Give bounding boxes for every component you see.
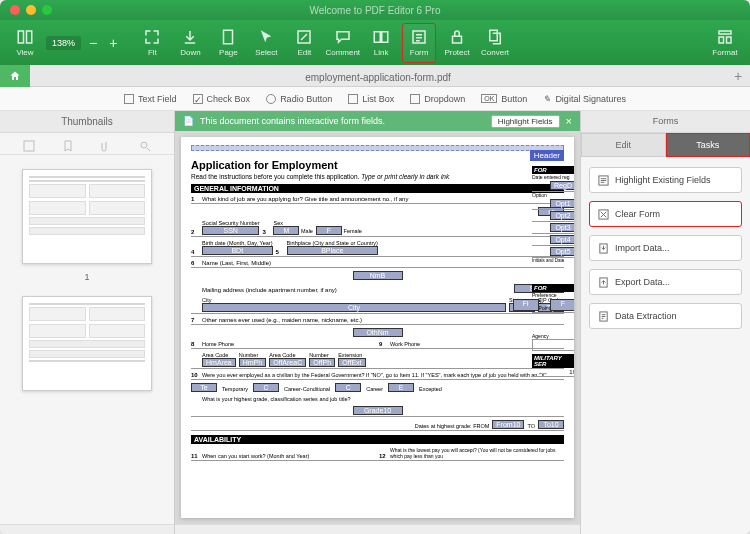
import-data-button[interactable]: Import Data... (589, 235, 742, 261)
titlebar: Welcome to PDF Editor 6 Pro (0, 0, 750, 20)
field-from10[interactable]: From10 (492, 420, 524, 429)
zoom-out-button[interactable]: − (85, 35, 101, 51)
digital-signatures-option[interactable]: ✎Digital Signatures (543, 94, 626, 104)
search-icon[interactable] (139, 138, 151, 150)
document-viewport[interactable]: Header Application for Employment Read t… (175, 131, 580, 524)
field-grade10[interactable]: Grade10 (353, 406, 403, 415)
clear-form-button[interactable]: Clear Form (589, 201, 742, 227)
field-offareac[interactable]: OffAreaC (269, 358, 306, 367)
app-window: Welcome to PDF Editor 6 Pro View 138% − … (0, 0, 750, 534)
field-othnm[interactable]: OthNm (353, 328, 403, 337)
button-option[interactable]: OKButton (481, 94, 527, 104)
field-opt4[interactable]: Opt4 (550, 235, 574, 244)
svg-rect-12 (24, 141, 34, 151)
field-c2[interactable]: C (335, 383, 361, 392)
data-extraction-button[interactable]: Data Extraction (589, 303, 742, 329)
protect-tool[interactable]: Protect (440, 23, 474, 63)
export-data-button[interactable]: Export Data... (589, 269, 742, 295)
svg-point-13 (141, 142, 147, 148)
thumbnail-page-1[interactable] (22, 169, 152, 264)
highlight-fields-button[interactable]: Highlight Fields (491, 115, 560, 128)
svg-rect-4 (374, 32, 380, 43)
field-fi[interactable]: FI (513, 299, 539, 311)
fit-label: Fit (148, 48, 157, 57)
thumbnail-grid-icon[interactable] (23, 138, 35, 150)
forms-panel: Forms Edit Tasks Highlight Existing Fiel… (580, 111, 750, 534)
svg-rect-5 (382, 32, 388, 43)
link-tool[interactable]: Link (364, 23, 398, 63)
document-tab[interactable]: employment-application-form.pdf (30, 68, 726, 83)
fit-tool[interactable]: Fit (135, 23, 169, 63)
svg-rect-11 (727, 37, 732, 43)
text-field-option[interactable]: Text Field (124, 94, 177, 104)
thumbnail-page-2[interactable] (22, 296, 152, 391)
comment-label: Comment (325, 48, 360, 57)
add-tab-button[interactable]: + (726, 68, 750, 84)
field-offph[interactable]: OffPh (309, 358, 335, 367)
edit-tool[interactable]: Edit (287, 23, 321, 63)
field-c1[interactable]: C (253, 383, 279, 392)
svg-rect-7 (453, 36, 462, 43)
convert-tool[interactable]: Convert (478, 23, 512, 63)
field-header[interactable]: Header (530, 150, 564, 161)
field-offext[interactable]: OffExt (338, 358, 365, 367)
thumbnails-list[interactable]: 1 (0, 155, 174, 524)
info-icon: 📄 (183, 116, 194, 126)
highlight-existing-fields-button[interactable]: Highlight Existing Fields (589, 167, 742, 193)
thumbnails-scrollbar[interactable] (0, 524, 174, 534)
field-female[interactable]: F (316, 226, 342, 235)
field-opt5[interactable]: Opt5 (550, 247, 574, 256)
svg-rect-0 (18, 31, 23, 43)
field-regd[interactable]: RegD (550, 181, 574, 190)
tab-tasks[interactable]: Tasks (666, 133, 751, 157)
field-e[interactable]: E (388, 383, 414, 392)
document-scrollbar[interactable] (175, 524, 580, 534)
thumbnails-title: Thumbnails (0, 111, 174, 133)
field-opt1[interactable]: Opt1 (550, 199, 574, 208)
comment-tool[interactable]: Comment (325, 23, 360, 63)
dropdown-option[interactable]: Dropdown (410, 94, 465, 104)
svg-rect-1 (27, 31, 32, 43)
radio-button-option[interactable]: Radio Button (266, 94, 332, 104)
page-tool[interactable]: Page (211, 23, 245, 63)
tab-edit[interactable]: Edit (581, 133, 666, 157)
zoom-group: 138% − + (46, 35, 121, 51)
field-f2[interactable]: F (550, 299, 574, 311)
field-hmarea[interactable]: HmArea (202, 358, 236, 367)
field-te[interactable]: Te (191, 383, 217, 392)
view-tool[interactable]: View (8, 23, 42, 63)
check-box-option[interactable]: ✓Check Box (193, 94, 251, 104)
select-tool[interactable]: Select (249, 23, 283, 63)
section-availability: AVAILABILITY (191, 435, 564, 444)
form-tool[interactable]: Form (402, 23, 436, 63)
field-bdt[interactable]: BDt (202, 246, 273, 255)
field-opt2[interactable]: Opt2 (550, 211, 574, 220)
down-tool[interactable]: Down (173, 23, 207, 63)
field-bplace[interactable]: BPlace (287, 246, 378, 255)
zoom-in-button[interactable]: + (105, 35, 121, 51)
doc-title: Application for Employment (191, 159, 564, 171)
format-tool[interactable]: Format (708, 23, 742, 63)
info-message: This document contains interactive form … (200, 116, 385, 126)
bookmark-icon[interactable] (62, 138, 74, 150)
field-city[interactable]: City (202, 303, 506, 312)
select-label: Select (255, 48, 277, 57)
content-area: Thumbnails 1 (0, 111, 750, 534)
close-banner-button[interactable]: × (566, 115, 572, 127)
field-to10[interactable]: To10 (538, 420, 564, 429)
field-opt3[interactable]: Opt3 (550, 223, 574, 232)
list-box-option[interactable]: List Box (348, 94, 394, 104)
field-ssn[interactable]: SSN (202, 226, 259, 235)
thumbnail-page-number: 1 (14, 272, 160, 282)
field-male[interactable]: M (273, 226, 299, 235)
home-tab[interactable] (0, 65, 30, 87)
field-name[interactable]: NmB (353, 271, 403, 280)
field-hmph[interactable]: HmPh (239, 358, 266, 367)
zoom-value[interactable]: 138% (46, 36, 81, 50)
forms-panel-title: Forms (581, 111, 750, 133)
attachment-icon[interactable] (100, 138, 112, 150)
tab-bar: employment-application-form.pdf + (0, 65, 750, 87)
form-label: Form (410, 48, 429, 57)
view-label: View (16, 48, 33, 57)
document-area: 📄 This document contains interactive for… (175, 111, 580, 534)
